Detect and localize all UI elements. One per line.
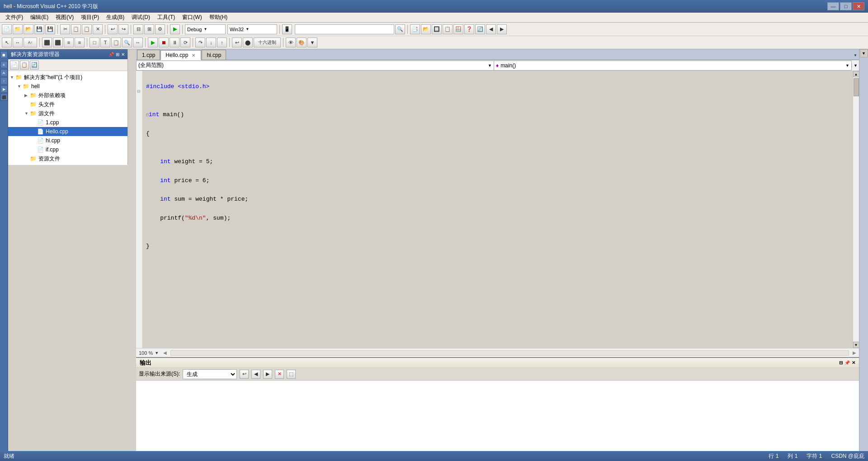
search-button[interactable]: 🔍 <box>395 24 405 34</box>
pause-debug-button[interactable]: ⏸ <box>170 38 179 47</box>
menu-view[interactable]: 视图(V) <box>52 13 77 23</box>
output-pin-btn[interactable]: ⊟ <box>839 360 843 365</box>
activity-btn6[interactable]: ⬛ <box>0 94 8 101</box>
menu-window[interactable]: 窗口(W) <box>179 13 205 23</box>
save-button[interactable]: 💾 <box>34 24 44 34</box>
indent-button[interactable]: ⬛ <box>42 38 52 47</box>
platform-dropdown[interactable]: Win32 ▼ <box>227 24 277 34</box>
copy-button[interactable]: 📋 <box>71 24 81 34</box>
redo-button[interactable]: ↪ <box>118 24 128 34</box>
close-button[interactable]: ✕ <box>853 2 864 10</box>
output-wrap-btn[interactable]: ⬚ <box>287 370 296 379</box>
restart-debug-button[interactable]: ⟳ <box>180 38 190 47</box>
fold-marker[interactable]: ⊟ <box>136 89 142 98</box>
start-debug-button[interactable]: ▶ <box>148 38 158 47</box>
output-pin2-btn[interactable]: 📌 <box>844 360 850 365</box>
activity-btn3[interactable]: A <box>0 69 8 76</box>
activity-btn2[interactable]: ≡ <box>0 61 8 68</box>
device-button[interactable]: 📱 <box>282 24 292 34</box>
refresh-button[interactable]: 🔄 <box>475 24 485 34</box>
se-tree-item-7[interactable]: 📄hi.cpp <box>8 136 127 145</box>
scope-right-btn[interactable]: ▼ <box>852 63 859 68</box>
text-button[interactable]: T <box>100 38 110 47</box>
menu-help[interactable]: 帮助(H) <box>206 13 231 23</box>
open-button[interactable]: 📂 <box>24 24 33 34</box>
code-content[interactable]: #include <stdio.h> ⊟int main() { int wei… <box>142 71 853 348</box>
menu-file[interactable]: 文件(F) <box>2 13 27 23</box>
scroll-down-btn[interactable]: ▼ <box>853 342 859 348</box>
se-tree-item-2[interactable]: ▶📁外部依赖项 <box>8 91 127 100</box>
se-tree-item-3[interactable]: 📁头文件 <box>8 100 127 109</box>
step-over-button[interactable]: ↷ <box>195 38 205 47</box>
tab-dropdown-btn[interactable]: ▼ <box>852 51 859 60</box>
step-into-button[interactable]: ↓ <box>206 38 216 47</box>
delete-button[interactable]: ✕ <box>93 24 103 34</box>
scroll-up-btn[interactable]: ▲ <box>853 71 859 77</box>
undo-button[interactable]: ↩ <box>108 24 118 34</box>
se-tree-item-9[interactable]: 📁资源文件 <box>8 154 127 163</box>
debug-step-button[interactable]: ↔ <box>13 38 23 47</box>
debug-abc-button[interactable]: A↑ <box>24 38 37 47</box>
scope-global-dropdown[interactable]: (全局范围) ▼ <box>136 61 494 71</box>
debug-cursor-button[interactable]: ↖ <box>2 38 12 47</box>
comment-button[interactable]: ≡ <box>64 38 74 47</box>
replace-button[interactable]: ↔ <box>133 38 143 47</box>
debug-config-dropdown[interactable]: Debug ▼ <box>185 24 226 34</box>
zoom-in-button[interactable]: ⊞ <box>144 24 154 34</box>
new-win-button[interactable]: 🪟 <box>453 24 463 34</box>
activity-btn4[interactable]: ↑ <box>0 77 8 85</box>
scroll-thumb[interactable] <box>854 78 859 96</box>
menu-edit[interactable]: 编辑(E) <box>27 13 52 23</box>
nav-fwd-button[interactable]: ▶ <box>497 24 507 34</box>
menu-build[interactable]: 生成(B) <box>103 13 128 23</box>
se-properties-btn[interactable]: 📋 <box>20 61 29 70</box>
se-tree-item-1[interactable]: ▼📁hell <box>8 82 127 91</box>
se-tree-item-8[interactable]: 📄if.cpp <box>8 145 127 154</box>
activity-se-btn[interactable]: ◼ <box>0 51 8 58</box>
help-button[interactable]: ❓ <box>464 24 474 34</box>
se-tree-item-6[interactable]: 📄Hello.cpp <box>8 127 127 136</box>
search-input[interactable] <box>295 24 394 34</box>
bookmark-button[interactable]: 📑 <box>410 24 420 34</box>
output-stop-btn[interactable]: ✕ <box>275 370 284 379</box>
se-new-file-btn[interactable]: 📄 <box>10 61 19 70</box>
output-next-btn[interactable]: ▶ <box>263 370 272 379</box>
se-pin-btn[interactable]: 📌 <box>108 52 114 57</box>
clipboard-button[interactable]: 📋 <box>111 38 121 47</box>
new-file-button[interactable]: 📄 <box>2 24 12 34</box>
outdent-button[interactable]: ⬛ <box>53 38 63 47</box>
menu-tools[interactable]: 工具(T) <box>154 13 179 23</box>
output-clear-btn[interactable]: ↩ <box>240 370 249 379</box>
se-tree-item-0[interactable]: ▼📁解决方案"hell"(1 个项目) <box>8 73 127 82</box>
se-refresh-btn[interactable]: 🔄 <box>30 61 39 70</box>
new-project-button[interactable]: 📁 <box>13 24 23 34</box>
tab-1cpp[interactable]: 1.cpp <box>137 50 160 60</box>
menu-debug[interactable]: 调试(D) <box>128 13 154 23</box>
run-to-cursor-button[interactable]: ↩ <box>232 38 242 47</box>
h-scrollbar[interactable] <box>170 350 849 356</box>
menu-project[interactable]: 项目(P) <box>77 13 103 23</box>
prop-page-button[interactable]: 📋 <box>443 24 453 34</box>
tab-hellocpp-close[interactable]: ✕ <box>191 52 196 58</box>
cut-button[interactable]: ✂ <box>60 24 70 34</box>
properties-button[interactable]: ⚙ <box>155 24 165 34</box>
scope-func-dropdown[interactable]: ♦ main() ▼ <box>494 61 852 71</box>
se-pin2-btn[interactable]: ⊞ <box>116 52 119 57</box>
run-button[interactable]: ▶ <box>170 24 180 34</box>
se-close-btn[interactable]: ✕ <box>121 52 125 57</box>
step-out-button[interactable]: ↑ <box>217 38 227 47</box>
se-content[interactable]: ▼📁解决方案"hell"(1 个项目)▼📁hell▶📁外部依赖项📁头文件▼📁源文… <box>8 71 127 165</box>
rect-button[interactable]: □ <box>90 38 99 47</box>
paste-button[interactable]: 📋 <box>82 24 92 34</box>
output-source-select[interactable]: 生成 <box>183 369 237 379</box>
watch-button[interactable]: 👁 <box>286 38 296 47</box>
uncomment-button[interactable]: ≡ <box>75 38 85 47</box>
activity-btn5[interactable]: ▶ <box>0 85 8 93</box>
maximize-button[interactable]: □ <box>840 2 852 10</box>
zoom-out-button[interactable]: ⊟ <box>133 24 143 34</box>
se-tree-item-4[interactable]: ▼📁源文件 <box>8 109 127 118</box>
se-tree-item-5[interactable]: 📄1.cpp <box>8 118 127 127</box>
toggle-bp-button[interactable]: ⬤ <box>243 38 253 47</box>
save-all-button[interactable]: 💾 <box>45 24 55 34</box>
stop-debug-button[interactable]: ⏹ <box>159 38 169 47</box>
